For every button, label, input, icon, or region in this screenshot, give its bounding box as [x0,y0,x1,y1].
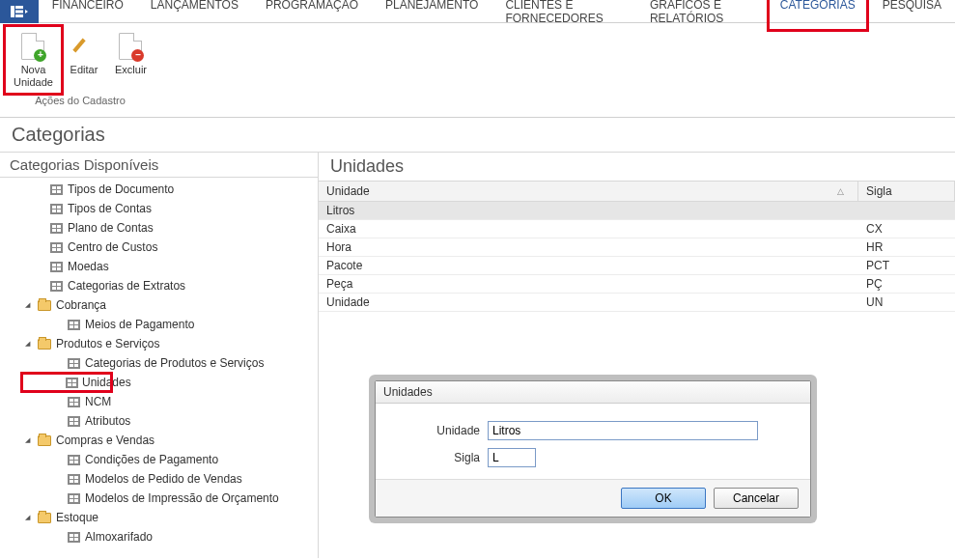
ribbon-group-cadastro: + Nova Unidade Editar – Excluir Ações do… [6,27,154,106]
cell-unidade: Litros [319,202,858,219]
chevron-down-icon[interactable]: ◢ [25,436,37,444]
svg-rect-2 [15,10,23,13]
col-header-unidade[interactable]: Unidade △ [319,182,858,201]
cell-unidade: Unidade [319,294,858,311]
cancel-button[interactable]: Cancelar [714,488,799,509]
tree-item-label: Unidades [82,376,131,389]
grid-icon [48,279,64,293]
tree-item-categorias-de-produtos-e-servi-os[interactable]: Categorias de Produtos e Serviços [0,353,318,373]
menu-item-pesquisa[interactable]: PESQUISA [869,0,955,29]
tree-item-tipos-de-documento[interactable]: Tipos de Documento [0,180,318,199]
grid-icon [66,356,81,370]
grid-icon [48,240,64,254]
tree-item-label: Meios de Pagamento [85,318,194,331]
tree-item-categorias-de-extratos[interactable]: Categorias de Extratos [0,276,318,295]
excluir-button[interactable]: – Excluir [107,27,154,93]
category-tree: Tipos de DocumentoTipos de ContasPlano d… [0,178,318,558]
tree-item-moedas[interactable]: Moedas [0,257,318,276]
app-menu-icon[interactable] [0,0,39,23]
grid-icon [48,260,64,273]
tree-item-atributos[interactable]: Atributos [0,411,318,431]
editar-label: Editar [70,64,98,76]
input-sigla[interactable] [488,448,536,467]
folder-icon [37,511,52,524]
cell-sigla [858,202,955,219]
tree-item-label: Tipos de Contas [68,202,152,215]
chevron-down-icon[interactable]: ◢ [25,301,37,309]
tree-item-centro-de-custos[interactable]: Centro de Custos [0,238,318,257]
input-unidade[interactable] [488,421,758,440]
sidebar-header: Categorias Disponíveis [0,153,318,178]
cell-sigla: CX [858,220,955,238]
form-row-unidade: Unidade [391,421,795,440]
page-title: Categorias [0,118,955,153]
tree-item-estoque[interactable]: ◢Estoque [0,508,318,527]
menu-item-lan-amentos[interactable]: LANÇAMENTOS [137,0,252,29]
grid-icon [66,453,81,466]
cell-sigla: PÇ [858,275,955,293]
cell-unidade: Caixa [319,220,858,238]
nova-unidade-label: Nova Unidade [14,64,53,89]
grid-icon [66,491,81,505]
label-sigla: Sigla [391,451,488,464]
menu-item-planejamento[interactable]: PLANEJAMENTO [372,0,492,29]
grid-icon [48,182,64,196]
col-header-sigla[interactable]: Sigla [858,182,955,201]
grid-icon [48,202,64,215]
col-header-unidade-label: Unidade [326,184,370,198]
ok-button[interactable]: OK [621,488,706,509]
tree-item-condi-es-de-pagamento[interactable]: Condições de Pagamento [0,450,318,469]
tree-item-label: Categorias de Extratos [68,279,185,293]
chevron-down-icon[interactable]: ◢ [25,340,37,348]
table-row[interactable]: PeçaPÇ [319,275,955,294]
tree-item-label: Categorias de Produtos e Serviços [85,356,264,370]
grid-icon [66,414,81,428]
tree-item-modelos-de-pedido-de-vendas[interactable]: Modelos de Pedido de Vendas [0,469,318,489]
cell-sigla: PCT [858,257,955,274]
nova-unidade-button[interactable]: + Nova Unidade [3,24,64,96]
menu-item-gr-ficos-e-relat-rios[interactable]: GRÁFICOS E RELATÓRIOS [636,0,767,29]
tree-item-cobran-a[interactable]: ◢Cobrança [0,295,318,315]
tree-item-produtos-e-servi-os[interactable]: ◢Produtos e Serviços [0,334,318,353]
cell-unidade: Pacote [319,257,858,274]
table-row[interactable]: PacotePCT [319,257,955,275]
dialog-body: Unidade Sigla [376,404,810,479]
tree-item-label: NCM [85,395,111,408]
menu-item-categorias[interactable]: CATEGORIAS [767,0,869,32]
tree-item-modelos-de-impress-o-de-or-amento[interactable]: Modelos de Impressão de Orçamento [0,489,318,508]
tree-item-unidades[interactable]: Unidades [21,373,112,392]
tree-item-label: Modelos de Impressão de Orçamento [85,491,279,505]
sidebar: Categorias Disponíveis Tipos de Document… [0,153,319,558]
menu-item-clientes-e-fornecedores[interactable]: CLIENTES E FORNECEDORES [492,0,635,29]
table-row[interactable]: HoraHR [319,238,955,257]
tree-item-label: Cobrança [56,298,106,312]
tree-item-meios-de-pagamento[interactable]: Meios de Pagamento [0,315,318,334]
editar-button[interactable]: Editar [61,27,107,93]
tree-item-label: Condições de Pagamento [85,453,218,466]
col-header-sigla-label: Sigla [866,184,892,198]
pencil-icon [69,31,99,62]
tree-item-label: Centro de Custos [68,240,157,254]
svg-rect-3 [15,14,23,17]
ribbon: + Nova Unidade Editar – Excluir Ações do… [0,23,955,118]
tree-item-label: Estoque [56,511,98,524]
table-row[interactable]: UnidadeUN [319,294,955,312]
menu-item-programa-o[interactable]: PROGRAMAÇÃO [252,0,372,29]
chevron-down-icon[interactable]: ◢ [25,514,37,521]
sort-asc-icon: △ [837,186,844,196]
tree-item-label: Atributos [85,414,130,428]
tree-item-compras-e-vendas[interactable]: ◢Compras e Vendas [0,431,318,450]
folder-icon [37,434,52,447]
tree-item-almoxarifado[interactable]: Almoxarifado [0,527,318,546]
grid-icon [66,530,81,544]
table-row[interactable]: CaixaCX [319,220,955,238]
dialog-title: Unidades [376,381,810,404]
table-body: LitrosCaixaCXHoraHRPacotePCTPeçaPÇUnidad… [319,202,955,312]
main-header: Unidades [319,153,955,182]
dialog-footer: OK Cancelar [376,479,810,517]
tree-item-ncm[interactable]: NCM [0,392,318,411]
tree-item-tipos-de-contas[interactable]: Tipos de Contas [0,199,318,218]
table-row[interactable]: Litros [319,202,955,220]
tree-item-plano-de-contas[interactable]: Plano de Contas [0,218,318,238]
tree-item-label: Tipos de Documento [68,182,174,196]
